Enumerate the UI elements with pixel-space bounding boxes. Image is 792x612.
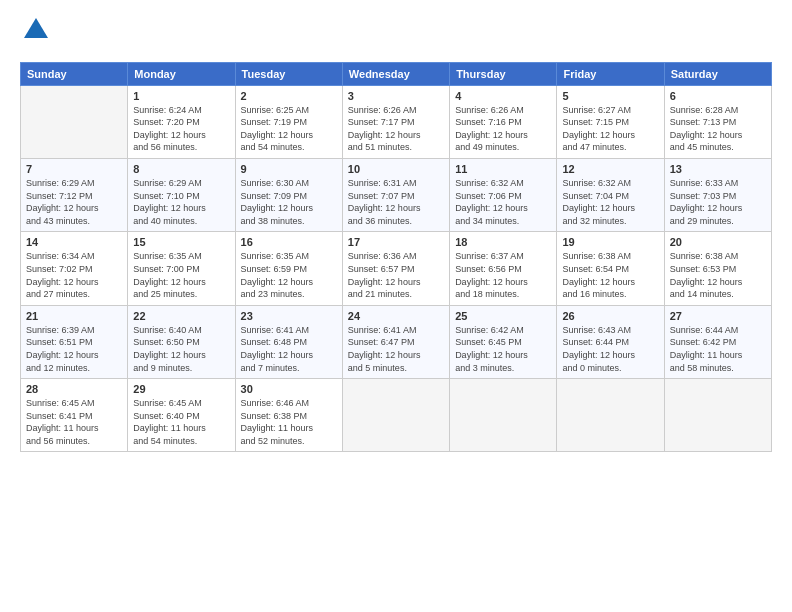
day-info: Sunrise: 6:45 AM Sunset: 6:41 PM Dayligh… (26, 397, 122, 447)
calendar-cell: 12Sunrise: 6:32 AM Sunset: 7:04 PM Dayli… (557, 158, 664, 231)
calendar-cell: 13Sunrise: 6:33 AM Sunset: 7:03 PM Dayli… (664, 158, 771, 231)
day-info: Sunrise: 6:43 AM Sunset: 6:44 PM Dayligh… (562, 324, 658, 374)
calendar-cell: 5Sunrise: 6:27 AM Sunset: 7:15 PM Daylig… (557, 85, 664, 158)
day-info: Sunrise: 6:29 AM Sunset: 7:12 PM Dayligh… (26, 177, 122, 227)
day-info: Sunrise: 6:39 AM Sunset: 6:51 PM Dayligh… (26, 324, 122, 374)
calendar-cell (21, 85, 128, 158)
day-info: Sunrise: 6:37 AM Sunset: 6:56 PM Dayligh… (455, 250, 551, 300)
day-number: 18 (455, 236, 551, 248)
week-row-1: 1Sunrise: 6:24 AM Sunset: 7:20 PM Daylig… (21, 85, 772, 158)
calendar-cell: 22Sunrise: 6:40 AM Sunset: 6:50 PM Dayli… (128, 305, 235, 378)
col-header-friday: Friday (557, 62, 664, 85)
day-number: 12 (562, 163, 658, 175)
calendar-cell: 23Sunrise: 6:41 AM Sunset: 6:48 PM Dayli… (235, 305, 342, 378)
calendar-cell: 28Sunrise: 6:45 AM Sunset: 6:41 PM Dayli… (21, 379, 128, 452)
day-info: Sunrise: 6:42 AM Sunset: 6:45 PM Dayligh… (455, 324, 551, 374)
day-info: Sunrise: 6:45 AM Sunset: 6:40 PM Dayligh… (133, 397, 229, 447)
logo (20, 16, 50, 50)
calendar-cell: 21Sunrise: 6:39 AM Sunset: 6:51 PM Dayli… (21, 305, 128, 378)
day-info: Sunrise: 6:44 AM Sunset: 6:42 PM Dayligh… (670, 324, 766, 374)
calendar-table: SundayMondayTuesdayWednesdayThursdayFrid… (20, 62, 772, 453)
day-info: Sunrise: 6:41 AM Sunset: 6:47 PM Dayligh… (348, 324, 444, 374)
day-info: Sunrise: 6:38 AM Sunset: 6:54 PM Dayligh… (562, 250, 658, 300)
calendar-cell (450, 379, 557, 452)
day-number: 14 (26, 236, 122, 248)
day-info: Sunrise: 6:35 AM Sunset: 7:00 PM Dayligh… (133, 250, 229, 300)
calendar-cell: 6Sunrise: 6:28 AM Sunset: 7:13 PM Daylig… (664, 85, 771, 158)
day-number: 27 (670, 310, 766, 322)
day-number: 21 (26, 310, 122, 322)
col-header-tuesday: Tuesday (235, 62, 342, 85)
day-number: 25 (455, 310, 551, 322)
calendar-cell: 2Sunrise: 6:25 AM Sunset: 7:19 PM Daylig… (235, 85, 342, 158)
day-number: 10 (348, 163, 444, 175)
day-number: 29 (133, 383, 229, 395)
calendar-cell: 16Sunrise: 6:35 AM Sunset: 6:59 PM Dayli… (235, 232, 342, 305)
col-header-saturday: Saturday (664, 62, 771, 85)
day-info: Sunrise: 6:38 AM Sunset: 6:53 PM Dayligh… (670, 250, 766, 300)
calendar-cell: 18Sunrise: 6:37 AM Sunset: 6:56 PM Dayli… (450, 232, 557, 305)
day-number: 20 (670, 236, 766, 248)
day-info: Sunrise: 6:34 AM Sunset: 7:02 PM Dayligh… (26, 250, 122, 300)
calendar-cell (557, 379, 664, 452)
day-number: 2 (241, 90, 337, 102)
calendar-cell: 10Sunrise: 6:31 AM Sunset: 7:07 PM Dayli… (342, 158, 449, 231)
calendar-cell: 1Sunrise: 6:24 AM Sunset: 7:20 PM Daylig… (128, 85, 235, 158)
day-info: Sunrise: 6:28 AM Sunset: 7:13 PM Dayligh… (670, 104, 766, 154)
calendar-cell: 4Sunrise: 6:26 AM Sunset: 7:16 PM Daylig… (450, 85, 557, 158)
day-number: 3 (348, 90, 444, 102)
day-number: 19 (562, 236, 658, 248)
day-number: 15 (133, 236, 229, 248)
day-info: Sunrise: 6:32 AM Sunset: 7:04 PM Dayligh… (562, 177, 658, 227)
calendar-cell: 11Sunrise: 6:32 AM Sunset: 7:06 PM Dayli… (450, 158, 557, 231)
day-number: 28 (26, 383, 122, 395)
day-number: 5 (562, 90, 658, 102)
day-number: 23 (241, 310, 337, 322)
week-row-5: 28Sunrise: 6:45 AM Sunset: 6:41 PM Dayli… (21, 379, 772, 452)
calendar-cell: 30Sunrise: 6:46 AM Sunset: 6:38 PM Dayli… (235, 379, 342, 452)
day-info: Sunrise: 6:32 AM Sunset: 7:06 PM Dayligh… (455, 177, 551, 227)
day-number: 30 (241, 383, 337, 395)
calendar-cell (342, 379, 449, 452)
col-header-thursday: Thursday (450, 62, 557, 85)
calendar-cell: 19Sunrise: 6:38 AM Sunset: 6:54 PM Dayli… (557, 232, 664, 305)
day-number: 24 (348, 310, 444, 322)
day-info: Sunrise: 6:25 AM Sunset: 7:19 PM Dayligh… (241, 104, 337, 154)
page-header (20, 16, 772, 50)
col-header-sunday: Sunday (21, 62, 128, 85)
day-info: Sunrise: 6:40 AM Sunset: 6:50 PM Dayligh… (133, 324, 229, 374)
day-info: Sunrise: 6:30 AM Sunset: 7:09 PM Dayligh… (241, 177, 337, 227)
logo-icon (22, 16, 50, 44)
calendar-cell: 15Sunrise: 6:35 AM Sunset: 7:00 PM Dayli… (128, 232, 235, 305)
day-number: 26 (562, 310, 658, 322)
calendar-cell: 20Sunrise: 6:38 AM Sunset: 6:53 PM Dayli… (664, 232, 771, 305)
day-number: 9 (241, 163, 337, 175)
calendar-cell: 3Sunrise: 6:26 AM Sunset: 7:17 PM Daylig… (342, 85, 449, 158)
calendar-cell: 24Sunrise: 6:41 AM Sunset: 6:47 PM Dayli… (342, 305, 449, 378)
day-number: 7 (26, 163, 122, 175)
day-number: 11 (455, 163, 551, 175)
col-header-wednesday: Wednesday (342, 62, 449, 85)
calendar-cell: 26Sunrise: 6:43 AM Sunset: 6:44 PM Dayli… (557, 305, 664, 378)
week-row-2: 7Sunrise: 6:29 AM Sunset: 7:12 PM Daylig… (21, 158, 772, 231)
day-number: 1 (133, 90, 229, 102)
day-number: 22 (133, 310, 229, 322)
day-number: 13 (670, 163, 766, 175)
calendar-cell: 27Sunrise: 6:44 AM Sunset: 6:42 PM Dayli… (664, 305, 771, 378)
day-info: Sunrise: 6:29 AM Sunset: 7:10 PM Dayligh… (133, 177, 229, 227)
calendar-cell: 8Sunrise: 6:29 AM Sunset: 7:10 PM Daylig… (128, 158, 235, 231)
week-row-4: 21Sunrise: 6:39 AM Sunset: 6:51 PM Dayli… (21, 305, 772, 378)
day-info: Sunrise: 6:27 AM Sunset: 7:15 PM Dayligh… (562, 104, 658, 154)
header-row: SundayMondayTuesdayWednesdayThursdayFrid… (21, 62, 772, 85)
calendar-cell (664, 379, 771, 452)
calendar-cell: 29Sunrise: 6:45 AM Sunset: 6:40 PM Dayli… (128, 379, 235, 452)
calendar-cell: 14Sunrise: 6:34 AM Sunset: 7:02 PM Dayli… (21, 232, 128, 305)
day-number: 16 (241, 236, 337, 248)
day-number: 17 (348, 236, 444, 248)
day-info: Sunrise: 6:36 AM Sunset: 6:57 PM Dayligh… (348, 250, 444, 300)
day-info: Sunrise: 6:26 AM Sunset: 7:17 PM Dayligh… (348, 104, 444, 154)
calendar-cell: 9Sunrise: 6:30 AM Sunset: 7:09 PM Daylig… (235, 158, 342, 231)
day-info: Sunrise: 6:46 AM Sunset: 6:38 PM Dayligh… (241, 397, 337, 447)
day-info: Sunrise: 6:41 AM Sunset: 6:48 PM Dayligh… (241, 324, 337, 374)
day-info: Sunrise: 6:24 AM Sunset: 7:20 PM Dayligh… (133, 104, 229, 154)
